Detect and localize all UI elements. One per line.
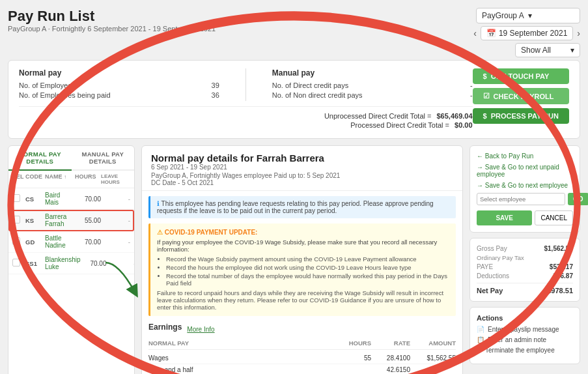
date-display[interactable]: 📅 19 September 2021 [481,26,573,40]
table-row[interactable]: SS1 Blankenship Luke 70.00 - [8,253,134,274]
show-all-select[interactable]: Show All ▾ [515,43,580,57]
emp-hours: 70.00 [75,238,101,246]
no-direct-credit-label: No. of Direct credit pays [272,81,348,89]
go-button[interactable]: GO [568,193,588,205]
emp-leave: - [101,217,130,224]
table-row: Time and a half 42.6150 [148,364,456,374]
page-subtitle: PayGroup A · Fortnightly 6 September 202… [8,25,216,33]
pay-detail-header: Normal pay details for Farrah Barrera 6 … [142,146,462,191]
sort-icon: ↑ [64,174,66,180]
dollar-circle-icon: $ [483,72,487,80]
table-row[interactable]: KS Barrera Farrah 55.00 - [8,210,134,231]
terminate-label: Terminate the employee [485,347,555,354]
emp-checkbox[interactable] [12,216,25,225]
back-to-pay-run-link[interactable]: ← Back to Pay Run [477,152,573,160]
date-label: 19 September 2021 [499,29,567,38]
select-employee-input[interactable] [477,193,565,205]
pay-summary: Gross Pay $1,562.55 Ordinary Pay Tax PAY… [469,238,580,302]
emp-code: CS [25,195,45,203]
net-pay-val: $978.51 [547,287,573,295]
earnings-more-info-link[interactable]: More Info [187,326,214,333]
covid-warning: ⚠ COVID-19 PAYMENT UPDATE: If paying you… [148,223,456,316]
actions-title: Actions [477,314,573,322]
show-all-label: Show All [521,46,551,55]
chevron-down-icon: ▾ [528,11,574,20]
col-name: NAME ↑ [45,173,75,185]
employee-panel: NORMAL PAY DETAILS MANUAL PAY DETAILS SE… [8,145,135,374]
summary-totals: Unprocessed Direct Credit Total = $65,46… [19,106,473,129]
col-leave: LEAVE HOURS [101,173,130,185]
admin-note-action[interactable]: 📋 Enter an admin note [477,336,573,343]
summary-card: Normal pay No. of Employees 39 No. of Em… [8,60,580,139]
prev-date-button[interactable]: ‹ [473,28,477,38]
save-go-next-unpaid-link[interactable]: → Save & Go to next unpaid employee [477,164,573,178]
tab-normal-pay[interactable]: NORMAL PAY DETAILS [8,146,72,171]
payslip-icon: 📄 [477,326,484,333]
earning-hours: 55 [332,354,371,362]
earnings-table-header: NORMAL PAY HOURS RATE AMOUNT [148,339,456,350]
payslip-message-label: Enter a payslip message [488,326,559,333]
emp-checkbox[interactable] [12,194,25,203]
save-button[interactable]: SAVE [477,210,532,225]
date-navigator: ‹ 📅 19 September 2021 › [473,26,580,40]
cancel-button[interactable]: CANCEL [535,210,573,225]
processed-label: Processed Direct Credit Total = [350,121,449,129]
earning-name: Time and a half [148,366,332,373]
emp-checkbox[interactable] [12,237,25,246]
covid-warning-list: Record the Wage Subsidy payment amount u… [157,255,449,287]
right-panel: ← Back to Pay Run → Save & Go to next un… [469,145,580,374]
emp-leave: - [101,195,130,203]
paygroup-select[interactable]: PayGroup A ▾ [476,8,580,23]
table-row[interactable]: CS Baird Mais 70.00 - [8,188,134,210]
summary-actions: $ ONE TOUCH PAY ☑ CHECK PAYROLL $ PROCES… [473,68,569,124]
manual-pay-title: Manual pay [272,68,473,78]
calendar-icon: 📅 [486,29,496,38]
save-cancel-row: SAVE CANCEL [477,210,573,225]
emp-table-header: SEL CODE NAME ↑ HOURS LEAVE HOURS [8,171,134,188]
terminate-icon: ✕ [477,347,482,354]
no-non-direct-label: No. of Non direct credit pays [272,91,363,99]
emp-checkbox[interactable] [12,259,25,268]
net-pay-label: Net Pay [477,287,503,295]
col-hours: HOURS [332,339,371,347]
payslip-message-action[interactable]: 📄 Enter a payslip message [477,326,573,333]
save-go-next-link[interactable]: → Save & Go to next employee [477,182,573,189]
unprocessed-label: Unprocessed Direct Credit Total = [324,112,432,120]
ordinary-pay-tax-label: Ordinary Pay Tax [477,254,573,261]
list-item: Record the hours the employee did not wo… [166,264,449,271]
admin-note-label: Enter an admin note [488,336,546,343]
pay-detail-dc-date: DC Date - 5 Oct 2021 [151,179,453,186]
table-row: Wages 55 28.4100 $1,562.55 [148,352,456,364]
earning-hours [332,366,371,373]
processed-val: $0.00 [455,121,473,129]
pay-detail-title: Normal pay details for Farrah Barrera [151,152,453,164]
normal-pay-col: Normal pay No. of Employees 39 No. of Em… [19,68,219,101]
manual-pay-col: Manual pay No. of Direct credit pays - N… [272,68,473,101]
deductions-val: $46.87 [553,272,573,280]
normal-pay-title: Normal pay [19,68,219,78]
emp-leave: - [106,260,135,267]
emp-name: Baird Mais [45,192,75,206]
process-pay-run-button[interactable]: $ PROCESS PAY RUN [473,108,569,124]
emp-name: Barrera Farrah [45,213,75,227]
list-item: Record the Wage Subsidy payment amount u… [166,255,449,263]
tab-manual-pay[interactable]: MANUAL PAY DETAILS [72,146,135,169]
col-normal-pay: NORMAL PAY [148,339,332,347]
earning-amount: $1,562.55 [410,354,456,362]
check-payroll-button[interactable]: ☑ CHECK PAYROLL [473,88,569,104]
emp-code: KS [25,217,45,224]
unprocessed-val: $65,469.04 [436,112,472,120]
emp-hours: 55.00 [75,217,101,224]
bottom-row: NORMAL PAY DETAILS MANUAL PAY DETAILS SE… [8,145,580,374]
no-employees-label: No. of Employees [19,81,76,89]
next-date-button[interactable]: › [577,28,580,38]
table-row[interactable]: GD Battle Nadine 70.00 - [8,231,134,253]
one-touch-pay-button[interactable]: $ ONE TOUCH PAY [473,68,569,84]
pay-detail-date-range: 6 Sep 2021 - 19 Sep 2021 [151,164,453,171]
warn-icon: ⚠ [157,229,165,236]
earnings-section: Earnings More Info NORMAL PAY HOURS RATE… [142,319,462,374]
terminate-action[interactable]: ✕ Terminate the employee [477,347,573,354]
col-amount: AMOUNT [410,339,456,347]
panel-tabs: NORMAL PAY DETAILS MANUAL PAY DETAILS [8,146,134,171]
emp-code: GD [25,238,45,246]
